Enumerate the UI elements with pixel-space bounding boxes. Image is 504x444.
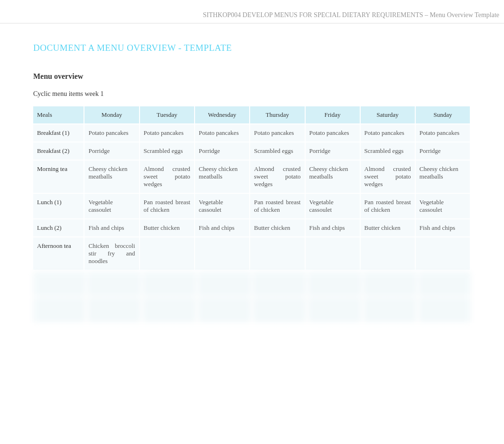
row-label: Lunch (2) bbox=[33, 218, 84, 236]
cell: Scrambled eggs bbox=[361, 142, 416, 160]
cell: Vegetable cassoulet bbox=[84, 193, 140, 218]
cell: Vegetable cassoulet bbox=[306, 193, 361, 218]
row-label: Breakfast (1) bbox=[33, 123, 84, 142]
table-row: Lunch (2)Fish and chipsButter chickenFis… bbox=[33, 218, 471, 236]
cell: Vegetable cassoulet bbox=[416, 193, 471, 218]
cell: Fish and chips bbox=[416, 218, 471, 236]
col-sunday: Sunday bbox=[416, 106, 471, 123]
cell: Pan roasted breast of chicken bbox=[250, 193, 305, 218]
cell: Potato pancakes bbox=[306, 123, 361, 142]
cell: Cheesy chicken meatballs bbox=[416, 160, 471, 193]
cell: Potato pancakes bbox=[195, 123, 250, 142]
cell: Cheesy chicken meatballs bbox=[195, 160, 250, 193]
cell: Butter chicken bbox=[361, 218, 416, 236]
row-label: Breakfast (2) bbox=[33, 142, 84, 160]
col-wednesday: Wednesday bbox=[195, 106, 250, 123]
table-row: Afternoon teaChicken broccoli stir fry a… bbox=[33, 236, 471, 270]
document-title: DOCUMENT A MENU OVERVIEW - TEMPLATE bbox=[33, 43, 471, 53]
cell bbox=[416, 236, 471, 270]
table-row: Breakfast (1)Potato pancakesPotato panca… bbox=[33, 123, 471, 142]
cell: Pan roasted breast of chicken bbox=[140, 193, 195, 218]
col-thursday: Thursday bbox=[250, 106, 305, 123]
cell: Cheesy chicken meatballs bbox=[84, 160, 140, 193]
content-area: DOCUMENT A MENU OVERVIEW - TEMPLATE Menu… bbox=[0, 24, 504, 338]
cell: Scrambled eggs bbox=[140, 142, 195, 160]
cell: Porridge bbox=[306, 142, 361, 160]
col-tuesday: Tuesday bbox=[140, 106, 195, 123]
section-heading: Menu overview bbox=[33, 72, 471, 81]
col-meals: Meals bbox=[33, 106, 84, 123]
cell: Fish and chips bbox=[306, 218, 361, 236]
cell: Pan roasted breast of chicken bbox=[361, 193, 416, 218]
cell bbox=[140, 236, 195, 270]
table-body: Breakfast (1)Potato pancakesPotato panca… bbox=[33, 123, 471, 270]
row-label: Lunch (1) bbox=[33, 193, 84, 218]
cell: Potato pancakes bbox=[140, 123, 195, 142]
row-label: Afternoon tea bbox=[33, 236, 84, 270]
cell: Porridge bbox=[195, 142, 250, 160]
cell: Butter chicken bbox=[250, 218, 305, 236]
table-row: Morning teaCheesy chicken meatballsAlmon… bbox=[33, 160, 471, 193]
cell: Porridge bbox=[84, 142, 140, 160]
col-friday: Friday bbox=[306, 106, 361, 123]
cell: Almond crusted sweet potato wedges bbox=[250, 160, 305, 193]
cell: Fish and chips bbox=[195, 218, 250, 236]
section-subtext: Cyclic menu items week 1 bbox=[33, 90, 471, 98]
cell: Vegetable cassoulet bbox=[195, 193, 250, 218]
cell: Potato pancakes bbox=[416, 123, 471, 142]
table-header-row: Meals Monday Tuesday Wednesday Thursday … bbox=[33, 106, 471, 123]
page-header: SITHKOP004 DEVELOP MENUS FOR SPECIAL DIE… bbox=[0, 0, 504, 24]
col-saturday: Saturday bbox=[361, 106, 416, 123]
cell: Fish and chips bbox=[84, 218, 140, 236]
menu-table: Meals Monday Tuesday Wednesday Thursday … bbox=[33, 106, 471, 270]
cell bbox=[250, 236, 305, 270]
cell: Chicken broccoli stir fry and noodles bbox=[84, 236, 140, 270]
col-monday: Monday bbox=[84, 106, 140, 123]
cell bbox=[361, 236, 416, 270]
cell: Scrambled eggs bbox=[250, 142, 305, 160]
cell: Potato pancakes bbox=[84, 123, 140, 142]
cell bbox=[195, 236, 250, 270]
blurred-preview-area bbox=[33, 272, 471, 329]
cell: Almond crusted sweet potato wedges bbox=[140, 160, 195, 193]
cell bbox=[306, 236, 361, 270]
cell: Cheesy chicken meatballs bbox=[306, 160, 361, 193]
table-row: Breakfast (2)PorridgeScrambled eggsPorri… bbox=[33, 142, 471, 160]
row-label: Morning tea bbox=[33, 160, 84, 193]
cell: Butter chicken bbox=[140, 218, 195, 236]
table-row: Lunch (1)Vegetable cassouletPan roasted … bbox=[33, 193, 471, 218]
cell: Almond crusted sweet potato wedges bbox=[361, 160, 416, 193]
cell: Potato pancakes bbox=[250, 123, 305, 142]
cell: Porridge bbox=[416, 142, 471, 160]
header-text: SITHKOP004 DEVELOP MENUS FOR SPECIAL DIE… bbox=[203, 11, 499, 19]
cell: Potato pancakes bbox=[361, 123, 416, 142]
